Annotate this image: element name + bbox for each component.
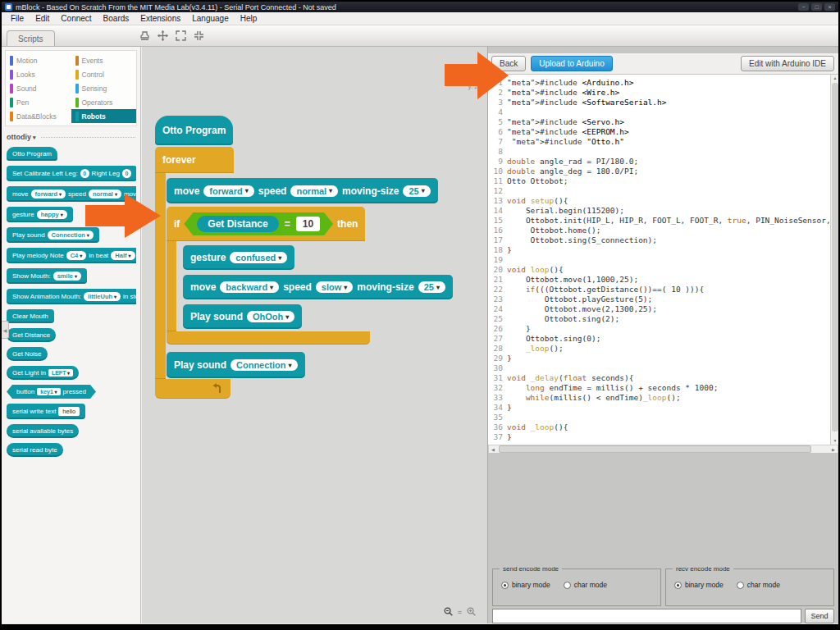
block-label: serial write text (12, 408, 56, 415)
get-distance-reporter[interactable]: Get Distance (197, 216, 278, 232)
extension-dropdown[interactable]: ottodiy▾ (7, 133, 36, 141)
callout-arrow-upload (445, 52, 509, 99)
close-icon[interactable]: × (824, 3, 835, 11)
dropdown-gesture[interactable]: confused (230, 252, 287, 263)
title-bar: mBlock - Based On Scratch From the MIT M… (2, 2, 838, 12)
palette-category[interactable]: Motion (6, 53, 71, 67)
scroll-right-arrow[interactable]: ▶ (829, 447, 838, 452)
palette-block[interactable]: serial read byte (7, 443, 63, 457)
move-arrows-icon[interactable] (158, 30, 168, 41)
minimize-icon[interactable]: − (798, 3, 809, 11)
block-label: Get Distance (12, 331, 50, 339)
palette-block[interactable]: Show Mouth:smile (7, 268, 87, 284)
scrollbar-thumb[interactable] (832, 83, 838, 431)
block-label: Show Animation Mouth: (12, 293, 81, 300)
dropdown: happy (37, 210, 67, 219)
code-line: 34} (490, 403, 830, 413)
main-area: Motion Events Looks Control (2, 47, 838, 623)
code-line: 5"meta">#include <Servo.h> (490, 117, 830, 127)
palette-block[interactable]: Show Animation Mouth:littleUuhin steps (7, 289, 136, 304)
palette-category[interactable]: Robots (71, 109, 137, 123)
edit-arduino-ide-button[interactable]: Edit with Arduino IDE (741, 56, 834, 71)
upload-arduino-button[interactable]: Upload to Arduino (531, 56, 613, 71)
code-line: 29} (490, 354, 830, 363)
dropdown-direction[interactable]: backward (220, 281, 279, 293)
dropdown-sound[interactable]: Connection (231, 359, 298, 371)
radio-send-char[interactable]: char mode (564, 581, 607, 589)
maximize-icon[interactable]: □ (811, 3, 822, 11)
palette-category[interactable]: Sound (6, 81, 71, 95)
zoom-out-icon[interactable] (444, 607, 453, 616)
palette-block[interactable]: Set Calibrate Left Leg:0Right Leg0 (7, 166, 136, 181)
palette-block[interactable]: Otto Program (7, 147, 57, 161)
scroll-up-arrow[interactable]: ▲ (831, 75, 838, 82)
dropdown-direction[interactable]: forward (203, 185, 253, 197)
grow-icon[interactable] (176, 30, 186, 41)
block-move-backward[interactable]: move backward speed slow moving-size 25 (183, 275, 453, 299)
palette-block[interactable]: gesturehappy (7, 207, 73, 222)
menu-item[interactable]: Boards (98, 14, 135, 23)
menu-item[interactable]: File (5, 14, 30, 23)
block-forever[interactable]: forever (155, 147, 234, 173)
menu-item[interactable]: Language (186, 14, 235, 23)
palette-block[interactable]: Get Light inLEFT (7, 366, 79, 380)
dropdown-speed[interactable]: normal (290, 185, 338, 197)
dropdown-moving-size[interactable]: 25 (403, 185, 430, 197)
block-label: serial read byte (12, 446, 57, 454)
dropdown-sound[interactable]: OhOoh (247, 311, 294, 322)
equals-operator[interactable]: Get Distance = 10 (184, 212, 333, 235)
code-line: 25 Ottobot.sing(2); (490, 314, 830, 324)
zoom-in-icon[interactable] (467, 607, 476, 616)
scroll-down-arrow[interactable]: ▼ (831, 437, 838, 445)
number-input: 0 (80, 169, 89, 178)
block-play-sound-connection[interactable]: Play sound Connection (167, 352, 305, 378)
block-label: Show Mouth: (12, 272, 51, 280)
block-gesture[interactable]: gesture confused (183, 245, 294, 270)
palette-category[interactable]: Pen (6, 95, 71, 109)
palette-block[interactable]: Play melody NoteC4in beatHalf (7, 248, 136, 263)
palette-block[interactable]: serial available bytes (7, 424, 79, 438)
radio-recv-binary[interactable]: binary mode (674, 581, 724, 589)
palette-category[interactable]: Looks (6, 67, 71, 81)
palette-category[interactable]: Data&Blocks (6, 109, 71, 123)
dropdown: LEFT (48, 369, 73, 377)
category-label: Events (82, 57, 103, 65)
stamp-icon[interactable] (139, 30, 150, 41)
palette-block[interactable]: Get Distance (7, 328, 56, 342)
block-if-then[interactable]: if Get Distance = 10 then (167, 207, 365, 241)
scroll-left-arrow[interactable]: ◀ (489, 447, 497, 452)
menu-item[interactable]: Help (235, 14, 263, 23)
dropdown-speed[interactable]: slow (316, 281, 353, 293)
loop-arrow-icon (212, 383, 223, 395)
palette-block[interactable]: buttonkey1pressed (7, 385, 96, 399)
serial-send-input[interactable] (492, 609, 801, 623)
block-move-forward[interactable]: move forward speed normal moving-size 25 (167, 178, 438, 203)
menu-item[interactable]: Connect (55, 14, 97, 23)
code-line: 6"meta">#include <EEPROM.h> (490, 127, 830, 137)
block-otto-program-hat[interactable]: Otto Program (155, 116, 233, 145)
radio-recv-char[interactable]: char mode (737, 581, 780, 589)
radio-send-binary[interactable]: binary mode (501, 581, 550, 589)
code-line: 17 Ottobot.sing(S_connection); (490, 235, 830, 245)
scrollbar-thumb[interactable] (499, 445, 811, 453)
block-label: in beat (89, 252, 108, 259)
palette-block[interactable]: Clear Mouth (7, 309, 54, 323)
palette-category[interactable]: Events (71, 53, 137, 67)
palette-category[interactable]: Sensing (71, 81, 137, 95)
palette-block[interactable]: serial write texthello (7, 404, 85, 419)
code-vertical-scrollbar[interactable]: ▲ ▼ (830, 75, 838, 445)
value-input[interactable]: 10 (296, 217, 320, 231)
collapse-palette-arrow[interactable]: ◀ (2, 321, 9, 339)
menu-item[interactable]: Edit (30, 14, 55, 23)
block-forever-end[interactable] (155, 379, 231, 399)
palette-block[interactable]: Get Noise (7, 347, 48, 361)
dropdown-moving-size[interactable]: 25 (418, 281, 445, 293)
menu-item[interactable]: Extensions (135, 14, 186, 23)
shrink-icon[interactable] (194, 30, 204, 41)
palette-category[interactable]: Control (71, 67, 137, 81)
script-canvas[interactable]: Otto Program forever move forward speed … (142, 47, 487, 623)
palette-category[interactable]: Operators (71, 95, 137, 109)
tab-scripts[interactable]: Scripts (7, 30, 55, 46)
block-play-sound-ohooh[interactable]: Play sound OhOoh (183, 304, 302, 329)
send-button[interactable]: Send (805, 609, 834, 623)
